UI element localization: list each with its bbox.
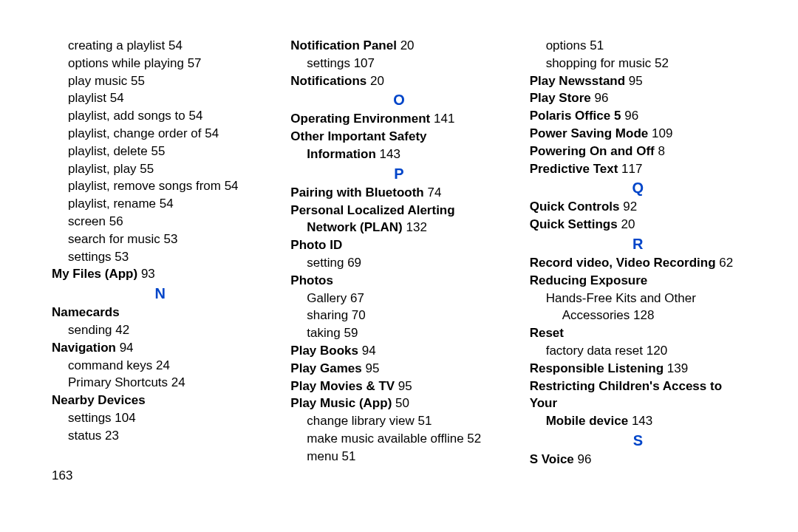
index-entry: Accessories 128 [530,307,746,324]
index-entry: Play Store 96 [530,89,746,107]
index-entry: Play Music (App) 50 [290,395,507,412]
index-entry: command keys 24 [52,357,268,375]
index-entry: Hands-Free Kits and Other [530,290,746,307]
index-entry: Notifications 20 [290,72,507,90]
index-entry: playlist, remove songs from 54 [52,177,268,195]
index-entry: settings 107 [290,55,507,72]
index-entry: Predictive Text 117 [530,160,746,178]
index-entry: shopping for music 52 [530,55,746,72]
index-entry: Personal Localized Alerting [290,202,507,219]
index-entry: S Voice 96 [530,451,746,468]
index-entry: Nearby Devices [52,392,268,409]
index-entry: Notification Panel 20 [290,37,507,55]
index-entry: playlist, change order of 54 [52,125,268,143]
index-entry: factory data reset 120 [530,342,746,360]
index-entry: playlist 54 [52,89,268,107]
index-entry: Mobile device 143 [530,412,746,430]
index-entry: taking 59 [290,324,507,342]
index-entry: Record video, Video Recording 62 [530,254,746,272]
index-entry: Play Books 94 [290,342,507,360]
page-number: 163 [52,467,268,485]
index-entry: Other Important Safety [290,128,507,146]
index-entry: Polaris Office 5 96 [530,107,746,125]
column-3: options 51 shopping for music 52 Play Ne… [530,37,746,484]
index-entry: search for music 53 [52,231,268,248]
index-entry: Namecards [52,304,268,321]
section-letter-r: R [530,233,746,254]
index-entry: My Files (App) 93 [52,265,268,283]
index-entry: Photo ID [290,236,507,254]
index-entry: options 51 [530,37,746,55]
index-entry: Reducing Exposure [530,272,746,290]
index-entry: Gallery 67 [290,290,507,307]
section-letter-p: P [290,163,507,184]
index-entry: menu 51 [290,448,507,466]
index-entry: Operating Environment 141 [290,110,507,128]
index-entry: Powering On and Off 8 [530,143,746,160]
section-letter-o: O [290,89,507,110]
index-entry: Primary Shortcuts 24 [52,374,268,392]
index-entry: Photos [290,272,507,290]
index-entry: Reset [530,324,746,342]
index-entry: status 23 [52,427,268,445]
index-entry: settings 104 [52,409,268,427]
index-entry: Network (PLAN) 132 [290,219,507,236]
index-entry: change library view 51 [290,412,507,430]
index-entry: playlist, play 55 [52,160,268,178]
section-letter-q: Q [530,177,746,198]
index-entry: Play Newsstand 95 [530,72,746,90]
index-entry: Quick Settings 20 [530,216,746,233]
index-entry: Information 143 [290,146,507,163]
index-entry: sharing 70 [290,307,507,324]
index-entry: creating a playlist 54 [52,37,268,55]
index-entry: playlist, delete 55 [52,143,268,160]
index-page: creating a playlist 54 options while pla… [0,0,798,484]
index-entry: Play Movies & TV 95 [290,378,507,395]
index-entry: Play Games 95 [290,360,507,378]
index-entry: screen 56 [52,213,268,231]
column-1: creating a playlist 54 options while pla… [52,37,268,484]
index-entry: Quick Controls 92 [530,198,746,216]
index-entry: Navigation 94 [52,339,268,357]
column-2: Notification Panel 20 settings 107 Notif… [290,37,507,484]
index-entry: setting 69 [290,254,507,272]
index-entry: settings 53 [52,248,268,266]
index-entry: Power Saving Mode 109 [530,125,746,143]
index-entry: playlist, add songs to 54 [52,107,268,125]
index-entry: options while playing 57 [52,55,268,72]
index-entry: Restricting Children's Access to Your [530,378,746,413]
index-entry: playlist, rename 54 [52,195,268,213]
index-entry: make music available offline 52 [290,430,507,448]
section-letter-s: S [530,430,746,451]
index-entry: Pairing with Bluetooth 74 [290,184,507,202]
index-entry: sending 42 [52,321,268,339]
index-entry: Responsible Listening 139 [530,360,746,378]
index-entry: play music 55 [52,72,268,90]
section-letter-n: N [52,283,268,304]
